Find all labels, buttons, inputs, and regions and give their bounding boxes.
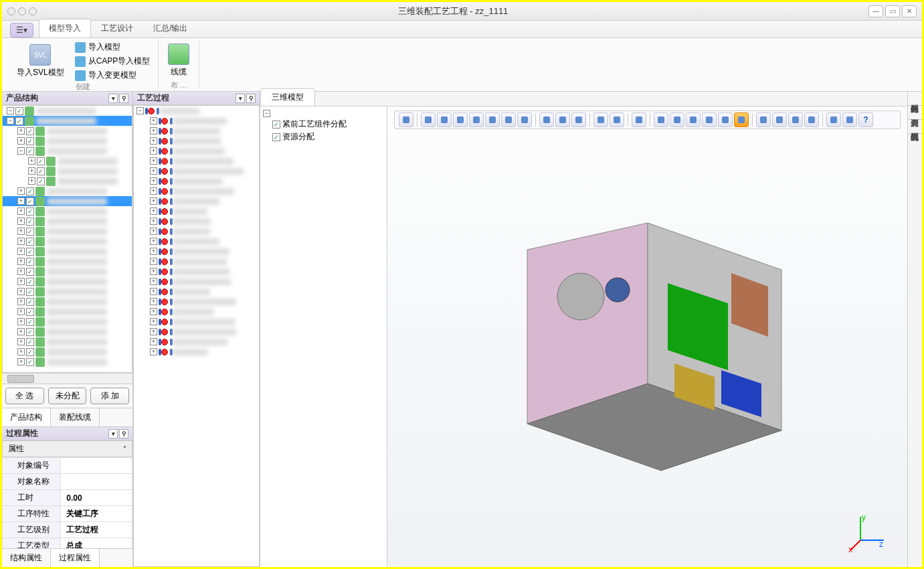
tree-checkbox[interactable]: ✓ — [26, 147, 34, 155]
product-tree-item[interactable]: +✓ — [3, 186, 132, 196]
tree-checkbox[interactable]: ✓ — [37, 167, 45, 175]
ribbon-tab-process-design[interactable]: 工艺设计 — [91, 19, 143, 37]
tree-checkbox[interactable]: ✓ — [26, 338, 34, 346]
tree-expand-icon[interactable]: + — [150, 208, 157, 215]
tab-3d-model[interactable]: 三维模型 — [260, 88, 315, 106]
tree-expand-icon[interactable]: − — [17, 147, 25, 155]
viewport-tool-button[interactable] — [654, 112, 668, 127]
process-tree-item[interactable]: + — [134, 146, 259, 156]
process-tree-item[interactable]: + — [134, 317, 259, 327]
tree-checkbox[interactable]: ✓ — [26, 278, 34, 286]
tree-expand-icon[interactable]: + — [150, 228, 157, 235]
tree-checkbox[interactable]: ✓ — [26, 187, 34, 195]
viewport-tool-button[interactable] — [539, 112, 554, 127]
tree-expand-icon[interactable]: + — [17, 318, 25, 325]
product-tree-item[interactable]: +✓ — [3, 196, 132, 206]
maximize-button[interactable]: ▭ — [885, 5, 900, 17]
right-tab-component-list[interactable]: 组件分配列表 — [908, 92, 922, 106]
tree-expand-icon[interactable]: + — [150, 137, 157, 145]
tree-expand-icon[interactable]: + — [150, 268, 157, 275]
product-tree-item[interactable]: +✓ — [3, 246, 132, 256]
app-menu-button[interactable]: ☰▾ — [10, 23, 33, 37]
viewport-tool-button[interactable] — [555, 112, 570, 127]
prop-value[interactable] — [61, 458, 132, 474]
import-svl-button[interactable]: SVL 导入SVL模型 — [14, 42, 67, 81]
tree-expand-icon[interactable]: + — [150, 157, 157, 165]
tab-structure-props[interactable]: 结构属性 — [2, 549, 51, 567]
tree-checkbox[interactable]: ✓ — [26, 208, 34, 216]
viewport-tool-button[interactable] — [804, 112, 819, 127]
tree-expand-icon[interactable]: + — [150, 187, 157, 195]
viewport-tool-button[interactable] — [610, 112, 624, 127]
tree-expand-icon[interactable]: + — [150, 278, 157, 285]
prop-row[interactable]: 工时0.00 — [3, 490, 132, 506]
tree-checkbox[interactable]: ✓ — [26, 298, 34, 306]
view-tree-root[interactable]: − — [263, 109, 384, 118]
props-section-header[interactable]: 属性 ˄ — [2, 440, 132, 457]
viewport-tool-button[interactable] — [571, 112, 586, 127]
tree-checkbox[interactable]: ✓ — [26, 238, 34, 246]
cable-button[interactable]: 线缆 — [165, 41, 192, 80]
tree-checkbox[interactable]: ✓ — [26, 358, 34, 366]
props-dropdown-button[interactable]: ▾ — [108, 429, 118, 438]
import-capp-button[interactable]: 从CAPP导入模型 — [74, 55, 152, 68]
import-model-button[interactable]: 导入模型 — [74, 41, 152, 54]
props-pin-button[interactable]: ⚲ — [119, 429, 128, 438]
tree-expand-icon[interactable]: + — [150, 298, 157, 305]
tree-expand-icon[interactable]: + — [17, 208, 25, 215]
product-tree-item[interactable]: +✓ — [3, 317, 132, 327]
viewport-tool-button[interactable] — [826, 112, 841, 127]
viewport-3d[interactable]: ? y z x — [387, 106, 907, 567]
process-tree-item[interactable]: + — [134, 156, 259, 166]
product-tree-item[interactable]: +✓ — [3, 156, 132, 166]
panel-pin-button[interactable]: ⚲ — [119, 94, 128, 103]
tree-expand-icon[interactable]: + — [150, 288, 157, 295]
viewport-tool-button[interactable] — [734, 112, 749, 127]
tree-checkbox[interactable]: ✓ — [26, 318, 34, 326]
tree-expand-icon[interactable]: + — [17, 288, 25, 295]
tree-checkbox[interactable]: ✓ — [26, 348, 34, 356]
tree-expand-icon[interactable]: + — [28, 157, 35, 165]
tree-expand-icon[interactable]: + — [150, 127, 157, 135]
tree-expand-icon[interactable]: + — [17, 258, 25, 265]
add-button[interactable]: 添 加 — [90, 388, 129, 404]
process-dropdown-button[interactable]: ▾ — [236, 94, 245, 103]
tree-checkbox[interactable]: ✓ — [15, 107, 23, 115]
viewport-tool-button[interactable] — [842, 112, 857, 127]
prop-value[interactable]: 关键工序 — [61, 506, 132, 522]
tree-expand-icon[interactable]: + — [17, 197, 25, 205]
process-tree-item[interactable]: + — [134, 236, 259, 246]
product-tree-item[interactable]: +✓ — [3, 166, 132, 176]
viewport-left-tree[interactable]: − ✓ 紧前工艺组件分配 ✓ 资源分配 — [260, 106, 387, 567]
product-tree-item[interactable]: +✓ — [3, 337, 132, 347]
viewport-tool-button[interactable] — [702, 112, 717, 127]
tree-expand-icon[interactable]: + — [17, 348, 25, 355]
tree-expand-icon[interactable]: + — [17, 278, 25, 285]
product-tree-item[interactable]: +✓ — [3, 307, 132, 317]
traffic-dot-3[interactable] — [29, 7, 37, 15]
tree-expand-icon[interactable]: + — [17, 218, 25, 225]
process-tree-item[interactable]: + — [134, 297, 259, 307]
viewport-tool-button[interactable] — [437, 112, 452, 127]
tab-process-props[interactable]: 过程属性 — [51, 549, 100, 567]
viewport-tool-button[interactable] — [485, 112, 500, 127]
viewport-tool-button[interactable] — [593, 112, 608, 127]
process-tree-item[interactable]: + — [134, 276, 259, 287]
product-tree-item[interactable]: +✓ — [3, 216, 132, 226]
checkbox-icon[interactable]: ✓ — [272, 120, 280, 129]
tree-checkbox[interactable]: ✓ — [26, 248, 34, 256]
viewport-tool-button[interactable] — [399, 112, 413, 127]
process-tree-item[interactable]: + — [134, 256, 259, 266]
tab-product-structure[interactable]: 产品结构 — [2, 408, 51, 426]
tree-checkbox[interactable]: ✓ — [37, 177, 45, 185]
prop-row[interactable]: 工艺级别工艺过程 — [3, 522, 132, 538]
tree-expand-icon[interactable]: + — [28, 177, 35, 185]
viewport-tool-button[interactable] — [718, 112, 733, 127]
right-tab-resource-list[interactable]: 资源列表 — [908, 106, 922, 120]
process-tree-item[interactable]: + — [134, 226, 259, 236]
checkbox-icon[interactable]: ✓ — [272, 133, 280, 141]
tree-expand-icon[interactable]: + — [150, 177, 157, 185]
prop-row[interactable]: 工艺类型总成 — [3, 538, 132, 549]
view-tree-expand-icon[interactable]: − — [263, 110, 270, 117]
viewport-tool-button[interactable] — [772, 112, 787, 127]
